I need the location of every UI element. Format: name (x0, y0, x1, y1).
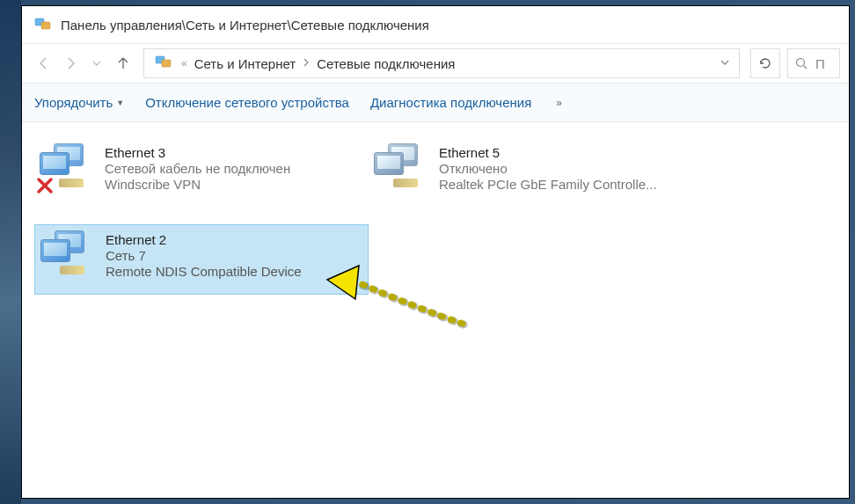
connection-name: Ethernet 5 (439, 145, 657, 160)
svg-line-5 (804, 65, 808, 69)
back-button[interactable] (31, 50, 57, 77)
search-placeholder: П (815, 56, 825, 71)
window-title: Панель управления\Сеть и Интернет\Сетевы… (61, 18, 429, 33)
connection-name: Ethernet 3 (105, 145, 290, 160)
network-connections-icon (155, 55, 172, 72)
address-dropdown-icon[interactable] (720, 57, 730, 69)
desktop-background (0, 0, 21, 504)
svg-rect-3 (162, 60, 171, 67)
connection-status: Отключено (439, 161, 657, 176)
search-box[interactable]: П (787, 48, 840, 78)
connection-device: Windscribe VPN (105, 177, 290, 192)
error-x-icon (36, 177, 54, 194)
breadcrumb-separator-icon[interactable] (303, 58, 310, 69)
connection-status: Сетевой кабель не подключен (105, 161, 290, 176)
network-adapter-icon (374, 143, 430, 193)
svg-rect-1 (41, 22, 50, 29)
breadcrumb-prefix: « (181, 57, 187, 69)
connection-item-ethernet5[interactable]: Ethernet 5 Отключено Realtek PCIe GbE Fa… (369, 138, 703, 208)
connection-device: Remote NDIS Compatible Device (106, 264, 302, 279)
forward-button[interactable] (57, 50, 84, 77)
breadcrumb-network-internet[interactable]: Сеть и Интернет (191, 55, 300, 73)
navigation-bar: « Сеть и Интернет Сетевые подключения П (22, 43, 849, 84)
connection-item-ethernet3[interactable]: Ethernet 3 Сетевой кабель не подключен W… (34, 138, 369, 208)
titlebar: Панель управления\Сеть и Интернет\Сетевы… (22, 6, 849, 43)
network-adapter-icon (40, 143, 96, 193)
chevron-down-icon: ▼ (116, 99, 124, 107)
command-toolbar: Упорядочить ▼ Отключение сетевого устрой… (22, 84, 849, 122)
network-adapter-icon (40, 230, 97, 280)
diagnose-label: Диагностика подключения (370, 95, 531, 110)
disable-device-button[interactable]: Отключение сетевого устройства (145, 95, 349, 110)
organize-label: Упорядочить (34, 95, 113, 110)
network-connections-app-icon (34, 17, 52, 33)
organize-menu[interactable]: Упорядочить ▼ (34, 95, 124, 110)
connection-name: Ethernet 2 (106, 232, 302, 247)
connection-status: Сеть 7 (106, 248, 302, 263)
diagnose-connection-button[interactable]: Диагностика подключения (370, 95, 531, 110)
connection-item-ethernet2[interactable]: Ethernet 2 Сеть 7 Remote NDIS Compatible… (34, 224, 369, 295)
connections-list: Ethernet 3 Сетевой кабель не подключен W… (22, 122, 849, 326)
refresh-button[interactable] (750, 48, 780, 78)
breadcrumb-network-connections[interactable]: Сетевые подключения (313, 55, 458, 73)
search-icon (795, 57, 808, 70)
up-button[interactable] (110, 50, 136, 77)
address-bar[interactable]: « Сеть и Интернет Сетевые подключения (143, 48, 740, 78)
toolbar-overflow-button[interactable]: » (556, 97, 562, 109)
disable-label: Отключение сетевого устройства (145, 95, 349, 110)
control-panel-window: Панель управления\Сеть и Интернет\Сетевы… (21, 5, 850, 499)
connection-device: Realtek PCIe GbE Family Controlle... (439, 177, 657, 192)
svg-point-4 (797, 58, 805, 66)
recent-dropdown-button[interactable] (84, 50, 110, 77)
